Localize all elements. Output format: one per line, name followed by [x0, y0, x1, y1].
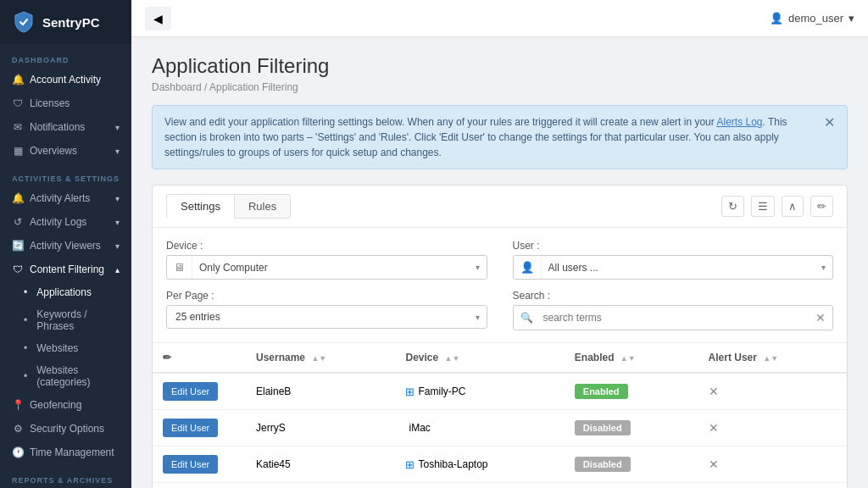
windows-icon: ⊞ — [405, 458, 415, 471]
device-filter-label: Device : — [166, 240, 487, 252]
sidebar-item-activity-logs[interactable]: ↺ Activity Logs ▾ — [0, 210, 131, 234]
edit-user-button[interactable]: Edit User — [163, 455, 218, 474]
search-wrap: 🔍 ✕ — [513, 305, 834, 330]
tab-rules[interactable]: Rules — [235, 194, 291, 219]
sidebar-item-label: Notifications — [30, 121, 85, 133]
row-username: ElaineB — [246, 373, 395, 410]
sidebar-item-label: Activity Viewers — [30, 240, 101, 252]
sort-arrows-username[interactable]: ▲▼ — [311, 355, 326, 363]
user-menu[interactable]: 👤 demo_user ▾ — [770, 12, 854, 25]
windows-icon: ⊞ — [405, 385, 415, 398]
perpage-filter-group: Per Page : 25 entries 10 entries 50 entr… — [166, 290, 487, 330]
chevron-down-icon: ▾ — [815, 258, 832, 277]
list-view-button[interactable]: ☰ — [751, 196, 775, 217]
alerts-log-link[interactable]: Alerts Log — [716, 116, 762, 128]
sidebar-item-content-filtering[interactable]: 🛡 Content Filtering ▴ — [0, 258, 131, 281]
logo-icon — [12, 10, 36, 34]
viewers-icon: 🔄 — [12, 240, 24, 252]
chevron-down-icon: ▾ — [469, 258, 487, 277]
licenses-icon: 🛡 — [12, 97, 24, 109]
row-enabled: Disabled — [565, 410, 698, 446]
row-alert-user: ✕ — [698, 373, 847, 410]
breadcrumb-link-dashboard[interactable]: Dashboard — [152, 81, 202, 93]
chevron-down-icon: ▾ — [115, 241, 120, 251]
sidebar-item-applications[interactable]: Applications — [0, 281, 131, 303]
sidebar-item-activity-alerts[interactable]: 🔔 Activity Alerts ▾ — [0, 186, 131, 210]
sidebar-item-websites[interactable]: Websites — [0, 337, 131, 359]
perpage-select[interactable]: 25 entries 10 entries 50 entries 100 ent… — [167, 306, 469, 328]
row-device: ⊞Toshiba-Laptop — [395, 483, 564, 489]
sidebar-item-notifications[interactable]: ✉ Notifications ▾ — [0, 115, 131, 139]
perpage-select-wrap: 25 entries 10 entries 50 entries 100 ent… — [166, 305, 487, 329]
sidebar-item-label: Time Management — [30, 446, 114, 458]
alert-x-icon: ✕ — [709, 421, 719, 435]
sidebar-item-geofencing[interactable]: 📍 Geofencing — [0, 393, 131, 417]
sidebar-section-dashboard: Dashboard 🔔 Account Activity 🛡 Licenses … — [0, 44, 131, 163]
sidebar-item-label: Activity Logs — [30, 216, 86, 228]
logs-icon: ↺ — [12, 216, 24, 228]
col-enabled: Enabled ▲▼ — [565, 343, 698, 373]
topbar-left: ◀ — [145, 7, 171, 30]
card-header: Settings Rules ↻ ☰ ∧ ✏ — [153, 186, 847, 228]
sidebar-item-security-options[interactable]: ⚙ Security Options — [0, 417, 131, 441]
device-select[interactable]: Only Computer All Devices Family-PC iMac… — [192, 257, 469, 279]
sidebar-item-keywords[interactable]: Keywords / Phrases — [0, 303, 131, 337]
user-filter-group: User : 👤 All users ... ElaineB JerryS Ka… — [513, 240, 834, 280]
overviews-icon: ▦ — [12, 145, 24, 157]
table-row: Edit User Katie45 ⊞Toshiba-Laptop Disabl… — [153, 446, 847, 483]
notifications-icon: ✉ — [12, 121, 24, 133]
row-edit-cell: Edit User — [153, 446, 246, 483]
device-select-wrap: 🖥 Only Computer All Devices Family-PC iM… — [166, 255, 487, 280]
sidebar-item-licenses[interactable]: 🛡 Licenses — [0, 92, 131, 115]
card-actions: ↻ ☰ ∧ ✏ — [721, 196, 833, 217]
search-input[interactable] — [540, 307, 810, 329]
alert-x-icon: ✕ — [709, 385, 719, 398]
sidebar-item-label: Activity Alerts — [30, 192, 90, 204]
refresh-button[interactable]: ↻ — [721, 196, 744, 217]
tab-settings[interactable]: Settings — [166, 194, 235, 219]
topbar: ◀ 👤 demo_user ▾ — [131, 0, 868, 37]
disabled-badge: Disabled — [575, 420, 631, 435]
sidebar-item-activity-viewers[interactable]: 🔄 Activity Viewers ▾ — [0, 234, 131, 258]
content-area: Application Filtering Dashboard / Applic… — [131, 37, 868, 488]
main-area: ◀ 👤 demo_user ▾ Application Filtering Da… — [131, 0, 868, 488]
table-header-row: ✏ Username ▲▼ Device ▲▼ Enable — [153, 343, 847, 373]
chevron-down-icon: ▾ — [469, 308, 487, 327]
row-edit-cell: Edit User — [153, 410, 246, 446]
search-filter-label: Search : — [513, 290, 834, 302]
sidebar-item-label: Licenses — [30, 97, 70, 109]
sidebar-item-overviews[interactable]: ▦ Overviews ▾ — [0, 139, 131, 163]
alert-text: View and edit your application filtering… — [164, 114, 815, 160]
row-username: ZeroCool — [246, 483, 395, 489]
brand-logo: SentryPC — [0, 0, 131, 44]
sidebar-item-websites-categories[interactable]: Websites (categories) — [0, 359, 131, 393]
collapse-button[interactable]: ∧ — [782, 196, 804, 217]
edit-user-button[interactable]: Edit User — [163, 382, 218, 401]
breadcrumb: Dashboard / Application Filtering — [152, 81, 848, 93]
edit-user-button[interactable]: Edit User — [163, 419, 218, 437]
sidebar-item-label: Account Activity — [30, 74, 101, 86]
user-select[interactable]: All users ... ElaineB JerryS Katie45 Zer… — [542, 257, 815, 279]
sort-arrows-enabled[interactable]: ▲▼ — [620, 355, 636, 363]
col-username: Username ▲▼ — [246, 343, 395, 373]
sidebar-item-account-activity[interactable]: 🔔 Account Activity — [0, 68, 131, 92]
monitor-icon: 🖥 — [167, 256, 192, 279]
sort-arrows-device[interactable]: ▲▼ — [445, 355, 460, 363]
row-enabled: Disabled — [565, 446, 698, 483]
sidebar: SentryPC Dashboard 🔔 Account Activity 🛡 … — [0, 0, 131, 488]
sidebar-toggle-button[interactable]: ◀ — [145, 7, 171, 30]
alert-text-before: View and edit your application filtering… — [164, 116, 716, 128]
chevron-down-icon: ▾ — [115, 218, 120, 227]
row-device: ⊞Toshiba-Laptop — [395, 446, 564, 483]
data-table: ✏ Username ▲▼ Device ▲▼ Enable — [153, 343, 847, 488]
chevron-down-icon: ▾ — [115, 123, 120, 132]
clear-search-icon[interactable]: ✕ — [809, 306, 832, 330]
row-device: iMac — [395, 410, 564, 446]
alert-close-button[interactable]: ✕ — [824, 114, 835, 130]
edit-button[interactable]: ✏ — [810, 196, 833, 217]
sort-arrows-alert[interactable]: ▲▼ — [763, 355, 778, 363]
sidebar-item-time-management[interactable]: 🕐 Time Management — [0, 441, 131, 464]
user-icon: 👤 — [770, 12, 783, 25]
sidebar-sub-label: Websites — [36, 342, 78, 354]
sidebar-sub-label: Keywords / Phrases — [36, 308, 120, 332]
